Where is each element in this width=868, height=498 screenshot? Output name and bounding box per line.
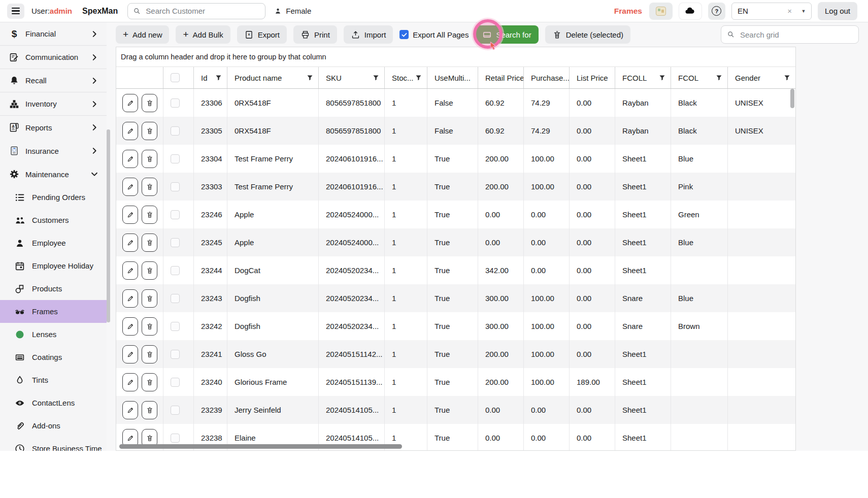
- sidebar-item-coatings[interactable]: Coatings: [0, 346, 107, 369]
- sidebar-item-employee-holiday[interactable]: Employee Holiday: [0, 254, 107, 277]
- row-checkbox[interactable]: [171, 182, 180, 191]
- delete-row-button[interactable]: [142, 401, 157, 419]
- delete-row-button[interactable]: [142, 206, 157, 224]
- add-bulk-button[interactable]: +Add Bulk: [176, 25, 230, 44]
- sidebar-item-financial[interactable]: $Financial: [0, 22, 107, 46]
- edit-row-button[interactable]: [122, 150, 138, 168]
- sidebar-item-maintenance[interactable]: Maintenance: [0, 162, 107, 186]
- delete-row-button[interactable]: [142, 261, 157, 280]
- edit-row-button[interactable]: [122, 261, 138, 280]
- row-checkbox[interactable]: [171, 266, 180, 275]
- sidebar-item-products[interactable]: Products: [0, 277, 107, 300]
- delete-row-button[interactable]: [142, 234, 157, 252]
- sidebar-item-pending-orders[interactable]: Pending Orders: [0, 186, 107, 209]
- delete-row-button[interactable]: [142, 373, 157, 391]
- column-header-purchase-[interactable]: Purchase...: [523, 67, 569, 88]
- column-header-id[interactable]: Id: [193, 67, 227, 88]
- edit-row-button[interactable]: [122, 122, 138, 140]
- filter-icon[interactable]: [215, 74, 222, 82]
- edit-row-button[interactable]: [122, 373, 138, 391]
- sidebar-item-recall[interactable]: Recall: [0, 69, 107, 92]
- print-button[interactable]: Print: [293, 25, 337, 44]
- column-header-fcol[interactable]: FCOL: [671, 67, 727, 88]
- row-checkbox[interactable]: [171, 98, 180, 108]
- delete-row-button[interactable]: [142, 178, 157, 196]
- delete-row-button[interactable]: [142, 289, 157, 308]
- edit-row-button[interactable]: [122, 317, 138, 336]
- customer-search-input[interactable]: [145, 6, 260, 16]
- language-dropdown-arrow[interactable]: ▼: [796, 3, 811, 19]
- edit-row-button[interactable]: [122, 345, 138, 363]
- filter-icon[interactable]: [715, 74, 723, 82]
- row-checkbox[interactable]: [171, 210, 180, 219]
- edit-row-button[interactable]: [122, 401, 138, 419]
- sidebar-item-reports[interactable]: AReports: [0, 116, 107, 139]
- column-header-select[interactable]: [163, 67, 193, 88]
- column-header-gender[interactable]: Gender: [727, 67, 795, 88]
- help-button[interactable]: ?: [708, 3, 725, 20]
- filter-icon[interactable]: [415, 74, 422, 82]
- filter-icon[interactable]: [658, 74, 666, 82]
- filter-icon[interactable]: [783, 74, 791, 82]
- sidebar-scrollbar[interactable]: [107, 129, 110, 322]
- column-header-list-price[interactable]: List Price: [569, 67, 615, 88]
- delete-selected-button[interactable]: Delete (selected): [545, 25, 630, 44]
- sidebar-item-frames[interactable]: Frames: [0, 300, 107, 323]
- sidebar-item-customers[interactable]: Customers: [0, 209, 107, 231]
- column-header-product-name[interactable]: Product name: [227, 67, 318, 88]
- row-checkbox[interactable]: [171, 126, 180, 136]
- delete-row-button[interactable]: [142, 122, 157, 140]
- delete-row-button[interactable]: [142, 94, 157, 112]
- edit-row-button[interactable]: [122, 94, 138, 112]
- customer-search-box[interactable]: [127, 3, 265, 19]
- column-header-fcoll[interactable]: FCOLL: [615, 67, 671, 88]
- delete-row-button[interactable]: [142, 345, 157, 363]
- logout-button[interactable]: Log out: [818, 2, 857, 20]
- delete-row-button[interactable]: [142, 317, 157, 336]
- row-checkbox[interactable]: [171, 322, 180, 331]
- widget-button[interactable]: [649, 3, 673, 20]
- row-checkbox[interactable]: [171, 238, 180, 247]
- hamburger-menu-button[interactable]: [7, 4, 24, 19]
- checkbox-checked-icon[interactable]: [399, 30, 409, 39]
- export-all-pages-checkbox[interactable]: Export All Pages: [399, 30, 469, 39]
- vertical-scrollbar[interactable]: [790, 89, 794, 108]
- horizontal-scrollbar[interactable]: [119, 444, 402, 449]
- sidebar-item-contactlens[interactable]: ContactLens: [0, 391, 107, 414]
- column-header-usemulti-[interactable]: UseMulti...: [427, 67, 478, 88]
- sidebar-item-employee[interactable]: Employee: [0, 231, 107, 254]
- sidebar-item-tints[interactable]: Tints: [0, 369, 107, 391]
- edit-row-button[interactable]: [122, 206, 138, 224]
- edit-row-button[interactable]: [122, 178, 138, 196]
- sidebar-item-communication[interactable]: Communication: [0, 46, 107, 69]
- filter-icon[interactable]: [372, 74, 380, 82]
- add-new-button[interactable]: +Add new: [116, 25, 169, 44]
- filter-icon[interactable]: [306, 74, 314, 82]
- import-button[interactable]: Import: [344, 25, 393, 44]
- column-header-stoc-[interactable]: Stoc...: [384, 67, 427, 88]
- row-checkbox[interactable]: [171, 294, 180, 303]
- export-button[interactable]: x Export: [237, 25, 287, 44]
- column-header-sku[interactable]: SKU: [318, 67, 384, 88]
- sidebar-item-insurance[interactable]: *Insurance: [0, 139, 107, 162]
- language-select[interactable]: EN × ▼: [731, 3, 812, 20]
- row-checkbox[interactable]: [171, 378, 180, 387]
- row-checkbox[interactable]: [171, 406, 180, 415]
- edit-row-button[interactable]: [122, 234, 138, 252]
- sidebar-item-lenses[interactable]: Lenses: [0, 323, 107, 346]
- sidebar-item-store-business-time[interactable]: Store Business Time: [0, 437, 107, 451]
- grid-search-input[interactable]: [739, 30, 853, 40]
- search-for-button[interactable]: Search for: [475, 25, 538, 44]
- sidebar-item-add-ons[interactable]: Add-ons: [0, 414, 107, 437]
- clear-language-icon[interactable]: ×: [783, 7, 796, 15]
- delete-row-button[interactable]: [142, 150, 157, 168]
- sidebar-item-inventory[interactable]: Inventory: [0, 92, 107, 116]
- grid-search-box[interactable]: [721, 25, 859, 44]
- edit-row-button[interactable]: [122, 289, 138, 308]
- cloud-sync-button[interactable]: [679, 3, 702, 20]
- row-checkbox[interactable]: [171, 350, 180, 359]
- select-all-checkbox[interactable]: [171, 73, 180, 82]
- row-checkbox[interactable]: [171, 154, 180, 163]
- row-checkbox[interactable]: [171, 434, 180, 443]
- column-header-retail-price[interactable]: Retail Price: [478, 67, 523, 88]
